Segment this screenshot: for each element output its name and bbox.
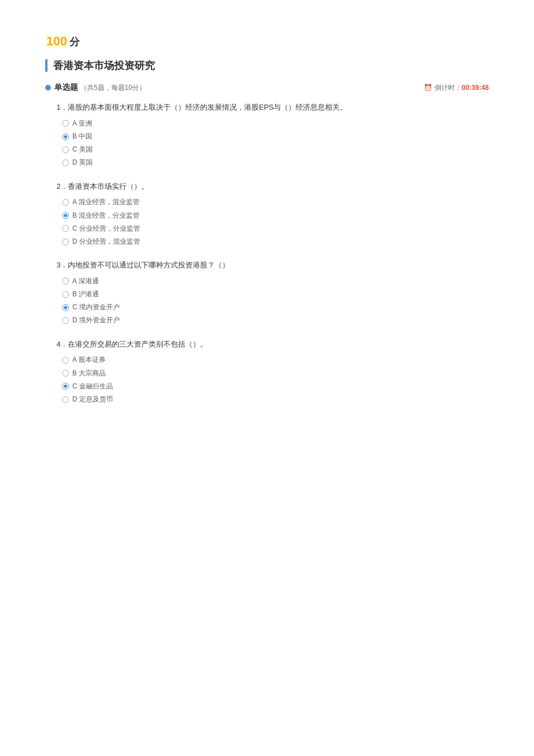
- exam-title: 香港资本市场投资研究: [53, 59, 155, 72]
- option-label-q4-2: B 大宗商品: [72, 368, 106, 379]
- option-label-q4-3: C 金融衍生品: [72, 381, 113, 392]
- questions-container: 1．港股的基本面很大程度上取决于（）经济的发展情况，港股EPS与（）经济息息相关…: [45, 102, 489, 405]
- option-label-q3-3: C 境内资金开户: [72, 302, 120, 313]
- options-list-1: A 亚洲B 中国C 美国D 英国: [57, 118, 489, 169]
- radio-outer-q2-3: [62, 225, 69, 232]
- option-label-q2-1: A 混业经营，混业监管: [72, 197, 140, 208]
- timer-value: 00:39:48: [462, 84, 489, 92]
- radio-outer-q2-1: [62, 199, 69, 206]
- radio-inner-q2-2: [64, 214, 67, 217]
- option-item-q1-2[interactable]: B 中国: [62, 131, 489, 142]
- radio-outer-q3-2: [62, 291, 69, 298]
- option-item-q4-3[interactable]: C 金融衍生品: [62, 381, 489, 392]
- section-label: 单选题 （共5题，每题10分）: [45, 83, 146, 93]
- option-item-q4-2[interactable]: B 大宗商品: [62, 368, 489, 379]
- score-unit: 分: [70, 36, 80, 47]
- option-label-q1-3: C 美国: [72, 144, 93, 155]
- timer: ⏰ 倒计时： 00:39:48: [424, 83, 489, 93]
- option-item-q2-3[interactable]: C 分业经营，分业监管: [62, 223, 489, 234]
- radio-outer-q3-4: [62, 317, 69, 324]
- options-list-3: A 深港通B 沪港通C 境内资金开户D 境外资金开户: [57, 276, 489, 326]
- radio-outer-q2-4: [62, 239, 69, 245]
- option-item-q4-1[interactable]: A 股本证券: [62, 355, 489, 365]
- options-list-4: A 股本证券B 大宗商品C 金融衍生品D 定息及货币: [57, 355, 489, 405]
- question-text-1: 1．港股的基本面很大程度上取决于（）经济的发展情况，港股EPS与（）经济息息相关…: [57, 102, 489, 114]
- option-item-q2-1[interactable]: A 混业经营，混业监管: [62, 197, 489, 208]
- question-block-2: 2．香港资本市场实行（）。A 混业经营，混业监管B 混业经营，分业监管C 分业经…: [45, 181, 489, 248]
- option-label-q2-3: C 分业经营，分业监管: [72, 223, 140, 234]
- radio-outer-q1-4: [62, 159, 69, 166]
- radio-inner-q4-3: [64, 385, 67, 388]
- section-meta: （共5题，每题10分）: [80, 83, 146, 93]
- option-label-q1-1: A 亚洲: [72, 118, 92, 129]
- option-item-q3-4[interactable]: D 境外资金开户: [62, 315, 489, 326]
- option-item-q1-4[interactable]: D 英国: [62, 157, 489, 168]
- question-block-4: 4．在港交所交易的三大资产类别不包括（）。A 股本证券B 大宗商品C 金融衍生品…: [45, 339, 489, 405]
- option-item-q1-1[interactable]: A 亚洲: [62, 118, 489, 129]
- question-text-2: 2．香港资本市场实行（）。: [57, 181, 489, 193]
- option-label-q4-1: A 股本证券: [72, 355, 106, 365]
- option-label-q2-2: B 混业经营，分业监管: [72, 210, 140, 221]
- radio-outer-q1-3: [62, 146, 69, 153]
- question-text-4: 4．在港交所交易的三大资产类别不包括（）。: [57, 339, 489, 351]
- option-label-q3-1: A 深港通: [72, 276, 99, 287]
- radio-outer-q4-1: [62, 357, 69, 364]
- option-item-q3-3[interactable]: C 境内资金开户: [62, 302, 489, 313]
- option-item-q3-1[interactable]: A 深港通: [62, 276, 489, 287]
- timer-icon: ⏰: [424, 84, 432, 92]
- radio-outer-q3-1: [62, 278, 69, 284]
- radio-inner-q1-2: [64, 135, 67, 139]
- option-label-q1-2: B 中国: [72, 131, 92, 142]
- section-header: 单选题 （共5题，每题10分） ⏰ 倒计时： 00:39:48: [45, 83, 489, 93]
- question-text-3: 3．内地投资不可以通过以下哪种方式投资港股？（）: [57, 260, 489, 271]
- option-label-q1-4: D 英国: [72, 157, 93, 168]
- radio-outer-q1-2: [62, 133, 69, 140]
- option-item-q4-4[interactable]: D 定息及货币: [62, 394, 489, 405]
- section-type-icon: [45, 85, 51, 90]
- radio-outer-q4-2: [62, 370, 69, 377]
- blue-bar-decoration: [45, 59, 47, 72]
- section-type: 单选题: [54, 83, 78, 93]
- radio-outer-q1-1: [62, 120, 69, 127]
- question-block-3: 3．内地投资不可以通过以下哪种方式投资港股？（）A 深港通B 沪港通C 境内资金…: [45, 260, 489, 326]
- option-item-q3-2[interactable]: B 沪港通: [62, 289, 489, 300]
- option-label-q4-4: D 定息及货币: [72, 394, 113, 405]
- option-label-q3-2: B 沪港通: [72, 289, 99, 300]
- radio-outer-q2-2: [62, 212, 69, 219]
- score-line: 100分: [45, 34, 489, 49]
- option-item-q1-3[interactable]: C 美国: [62, 144, 489, 155]
- options-list-2: A 混业经营，混业监管B 混业经营，分业监管C 分业经营，分业监管D 分业经营，…: [57, 197, 489, 247]
- radio-outer-q3-3: [62, 304, 69, 311]
- exam-title-bar: 香港资本市场投资研究: [45, 59, 489, 72]
- option-item-q2-4[interactable]: D 分业经营，混业监管: [62, 236, 489, 247]
- score-number: 100: [45, 34, 68, 48]
- timer-label: 倒计时：: [435, 83, 462, 93]
- option-item-q2-2[interactable]: B 混业经营，分业监管: [62, 210, 489, 221]
- option-label-q3-4: D 境外资金开户: [72, 315, 120, 326]
- radio-inner-q3-3: [64, 306, 67, 309]
- question-block-1: 1．港股的基本面很大程度上取决于（）经济的发展情况，港股EPS与（）经济息息相关…: [45, 102, 489, 169]
- radio-outer-q4-4: [62, 396, 69, 403]
- option-label-q2-4: D 分业经营，混业监管: [72, 236, 140, 247]
- radio-outer-q4-3: [62, 383, 69, 390]
